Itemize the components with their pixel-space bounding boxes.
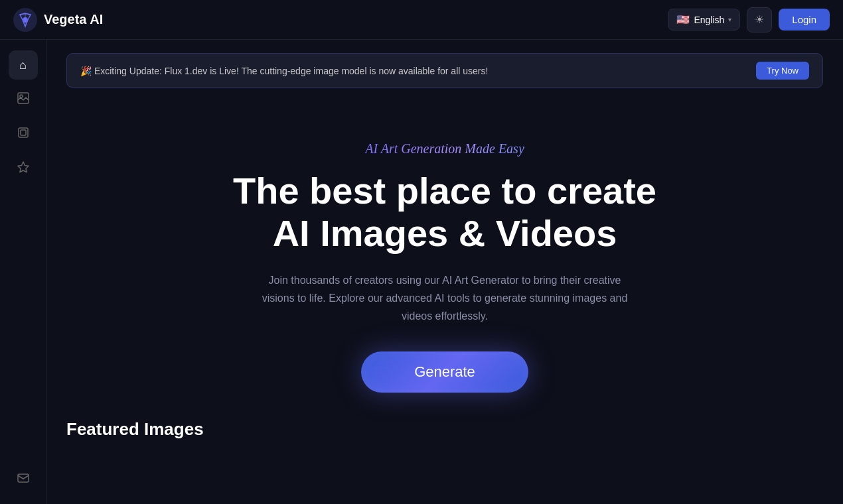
main-content: 🎉 Exciting Update: Flux 1.dev is Live! T… xyxy=(46,40,843,504)
hero-description: Join thousands of creators using our AI … xyxy=(259,271,631,326)
logo-text: Vegeta AI xyxy=(44,12,103,27)
sun-icon: ☀ xyxy=(755,13,764,26)
sidebar-item-favorites[interactable] xyxy=(9,154,38,183)
topnav: Vegeta AI 🇺🇸 English ▾ ☀ Login xyxy=(0,0,843,40)
sidebar: ⌂ xyxy=(0,40,46,504)
svg-rect-4 xyxy=(19,128,28,137)
model-icon xyxy=(17,126,30,143)
try-now-button[interactable]: Try Now xyxy=(756,62,809,80)
hero-section: AI Art Generation Made Easy The best pla… xyxy=(66,115,823,412)
hero-title: The best place to create AI Images & Vid… xyxy=(233,170,656,255)
announcement-text: 🎉 Exciting Update: Flux 1.dev is Live! T… xyxy=(80,66,488,76)
nav-right: 🇺🇸 English ▾ ☀ Login xyxy=(668,7,830,32)
chevron-down-icon: ▾ xyxy=(728,16,731,23)
language-label: English xyxy=(694,15,724,25)
logo-icon xyxy=(13,8,37,32)
hero-subtitle: AI Art Generation Made Easy xyxy=(365,141,524,157)
sidebar-item-model[interactable] xyxy=(9,119,38,149)
announcement-banner: 🎉 Exciting Update: Flux 1.dev is Live! T… xyxy=(66,53,823,88)
star-icon xyxy=(17,160,30,177)
hero-title-line2: AI Images & Videos xyxy=(273,212,617,254)
layout: ⌂ xyxy=(0,40,843,504)
login-button[interactable]: Login xyxy=(779,9,830,31)
svg-rect-6 xyxy=(18,474,29,482)
image-icon xyxy=(17,92,30,108)
featured-title: Featured Images xyxy=(66,419,823,440)
sidebar-item-mail[interactable] xyxy=(9,464,38,493)
sidebar-item-image[interactable] xyxy=(9,85,38,114)
logo-area: Vegeta AI xyxy=(13,8,103,32)
home-icon: ⌂ xyxy=(19,58,27,72)
mail-icon xyxy=(17,471,30,487)
language-selector[interactable]: 🇺🇸 English ▾ xyxy=(668,9,740,31)
sidebar-item-home[interactable]: ⌂ xyxy=(9,50,38,80)
hero-title-line1: The best place to create xyxy=(233,170,656,212)
flag-icon: 🇺🇸 xyxy=(676,13,690,26)
svg-rect-5 xyxy=(21,130,26,135)
theme-toggle-button[interactable]: ☀ xyxy=(747,7,772,32)
generate-button[interactable]: Generate xyxy=(361,351,528,393)
